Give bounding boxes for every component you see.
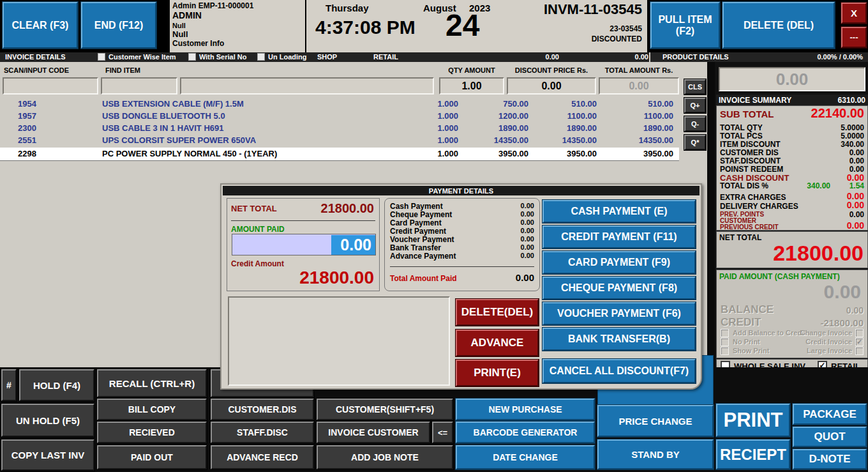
customer-shift-f5-button[interactable]: CUSTOMER(SHIFT+F5) [317, 399, 453, 420]
more-button[interactable]: --- [841, 27, 867, 48]
no-print-checkbox[interactable] [721, 338, 729, 346]
table-row[interactable]: 2551 UPS COLORSIT SUPER POWER 650VA 1.00… [0, 135, 679, 148]
invoice-customer-button[interactable]: INVOICE CUSTOMER [317, 422, 430, 443]
stand-by-button[interactable]: STAND BY [597, 439, 714, 469]
copy-last-inv-button[interactable]: COPY LAST INV [1, 439, 94, 471]
paid-out-button[interactable]: PAID OUT [97, 445, 207, 469]
cash-payment-label: Cash Payment [390, 202, 443, 211]
total-dis-pct: 1.54 [849, 181, 864, 190]
cheque-payment-value: 0.00 [521, 210, 534, 218]
unhold-button[interactable]: UN HOLD (F5) [1, 404, 94, 437]
with-serial-no-checkbox[interactable] [188, 53, 196, 61]
clock: 4:37:08 PM [315, 17, 415, 38]
barcode-generator-button[interactable]: BARCODE GENERATOR [456, 422, 595, 443]
un-loading-checkbox[interactable] [257, 53, 265, 61]
item-total: 1890.00 [643, 123, 673, 133]
item-code: 2298 [18, 149, 36, 158]
extra-charges-label: EXTRA CHARGES [720, 193, 786, 202]
strip-value-1: 0.00 [504, 53, 559, 61]
modal-advance-button[interactable]: ADVANCE [456, 330, 539, 356]
credit-invoice-label: Credit Invoice [805, 338, 852, 346]
reciept-button[interactable]: RECIEPT [716, 439, 790, 469]
close-button[interactable]: X [841, 3, 867, 24]
add-job-note-button[interactable]: ADD JOB NOTE [317, 445, 453, 469]
scan-code-input-2[interactable] [101, 77, 177, 95]
bank-transfer-button[interactable]: BANK TRANSFER(B) [542, 328, 696, 351]
delete-item-button[interactable]: DELETE (DEL) [722, 2, 835, 49]
pos-app-window: CLEAR (F3) END (F12) Admin EMP-11-000001… [0, 0, 868, 472]
modal-net-total-value: 21800.00 [321, 201, 374, 216]
weekday-label: Thursday [326, 3, 369, 13]
table-row-selected[interactable]: 2298 PC POWER SUPPLY NORMAL 450 - (1YEAR… [0, 148, 679, 160]
day-number: 24 [445, 8, 479, 43]
total-amount-header: TOTAL AMOUNT Rs. [599, 66, 679, 74]
invoice-summary-title: INVOICE SUMMARY [719, 96, 791, 105]
invoice-ref: 23-03545 [610, 24, 642, 33]
qty-entry-input[interactable]: 1.00 [439, 77, 504, 95]
item-name: USB EXTENSION CABLE (M/F) 1.5M [102, 99, 244, 109]
customer-dis-button[interactable]: CUSTOMER.DIS [211, 399, 314, 420]
qty-minus-button[interactable]: Q- [684, 116, 706, 132]
total-dis-amount: 340.00 [807, 181, 830, 190]
sub-total-label: SUB TOTAL [720, 109, 774, 119]
divider [390, 266, 534, 267]
large-invoice-checkbox[interactable] [855, 347, 864, 355]
quot-button[interactable]: QUOT [793, 427, 867, 447]
advance-recd-button[interactable]: ADVANCE RECD [211, 445, 314, 469]
modal-delete-button[interactable]: DELETE(DEL) [456, 299, 539, 326]
cls-button[interactable]: CLS [684, 79, 706, 95]
cheque-payment-button[interactable]: CHEQUE PAYMENT (F8) [542, 277, 696, 300]
find-item-input[interactable] [180, 77, 434, 95]
qty-plus-button[interactable]: Q+ [684, 98, 706, 113]
credit-payment-label: Credit Payment [390, 227, 446, 236]
credit-payment-button[interactable]: CREDIT PAYMENT (F11) [542, 225, 696, 248]
operator-info-panel: Admin EMP-11-000001 ADMIN Null Null Cust… [170, 0, 305, 52]
package-button[interactable]: PACKAGE [793, 404, 867, 425]
discount-entry-input[interactable]: 0.00 [507, 77, 596, 95]
bank-transfer-value: 0.00 [521, 243, 534, 251]
card-payment-button[interactable]: CARD PAYMENT (F9) [542, 251, 696, 274]
voucher-payment-button[interactable]: VOUCHER PAYMENT (F6) [542, 302, 696, 325]
bill-copy-button[interactable]: BILL COPY [97, 399, 207, 420]
pull-item-button[interactable]: PULL ITEM (F2) [650, 2, 720, 49]
table-row[interactable]: 1957 USB DONGLE BLUETOOTH 5.0 1.000 1200… [0, 111, 679, 123]
modal-print-button[interactable]: PRINT(E) [456, 360, 539, 386]
hash-button[interactable]: # [1, 369, 17, 401]
price-change-button[interactable]: PRICE CHANGE [597, 405, 714, 437]
product-price-input[interactable]: 0.00 [719, 67, 865, 91]
balance-label: BALANCE [721, 303, 774, 316]
recieved-button[interactable]: RECIEVED [97, 422, 207, 443]
amount-paid-input[interactable]: 0.00 [232, 234, 376, 255]
add-balance-to-credit-checkbox[interactable] [721, 329, 729, 337]
voucher-payment-label: Voucher Payment [390, 235, 454, 244]
end-button[interactable]: END (F12) [81, 2, 156, 49]
scan-code-input[interactable] [3, 77, 98, 95]
d-note-button[interactable]: D-NOTE [793, 449, 867, 469]
credit-amount-value: 21800.00 [299, 268, 374, 288]
new-purchase-button[interactable]: NEW PURCHASE [456, 399, 595, 420]
advance-payment-value: 0.00 [521, 252, 534, 259]
change-invoice-checkbox[interactable] [855, 329, 864, 337]
print-button[interactable]: PRINT [716, 404, 790, 437]
customer-line1: Null [172, 22, 303, 29]
clear-button[interactable]: CLEAR (F3) [3, 2, 78, 49]
credit-invoice-checkbox[interactable] [855, 338, 864, 346]
customer-wise-item-checkbox[interactable] [98, 53, 105, 61]
back-arrow-button[interactable]: <= [432, 422, 453, 443]
show-print-checkbox[interactable] [721, 347, 729, 355]
recall-button[interactable]: RECALL (CTRL+R) [97, 369, 207, 397]
shop-label: SHOP [317, 53, 337, 61]
card-payment-value: 0.00 [521, 218, 534, 226]
sub-total-value: 22140.00 [811, 106, 864, 121]
cancel-all-discount-button[interactable]: CANCEL ALL DISCOUNT(F7) [542, 359, 696, 383]
cash-payment-button[interactable]: CASH PAYMENT (E) [542, 200, 696, 223]
qty-multiply-button[interactable]: Q* [684, 135, 706, 150]
table-row[interactable]: 2300 USB CABLE 3 IN 1 HAVIT H691 1.000 1… [0, 123, 679, 135]
table-row[interactable]: 1954 USB EXTENSION CABLE (M/F) 1.5M 1.00… [0, 99, 679, 111]
net-total-box: NET TOTAL 21800.00 AMOUNT PAID 0.00 Cred… [227, 198, 380, 291]
staff-disc-button[interactable]: STAFF.DISC [211, 422, 314, 443]
date-change-button[interactable]: DATE CHANGE [456, 445, 595, 469]
hold-button[interactable]: HOLD (F4) [19, 369, 94, 401]
amount-paid-value: 0.00 [331, 235, 375, 255]
invoice-summary-header: INVOICE SUMMARY 6310.00 [716, 95, 868, 105]
